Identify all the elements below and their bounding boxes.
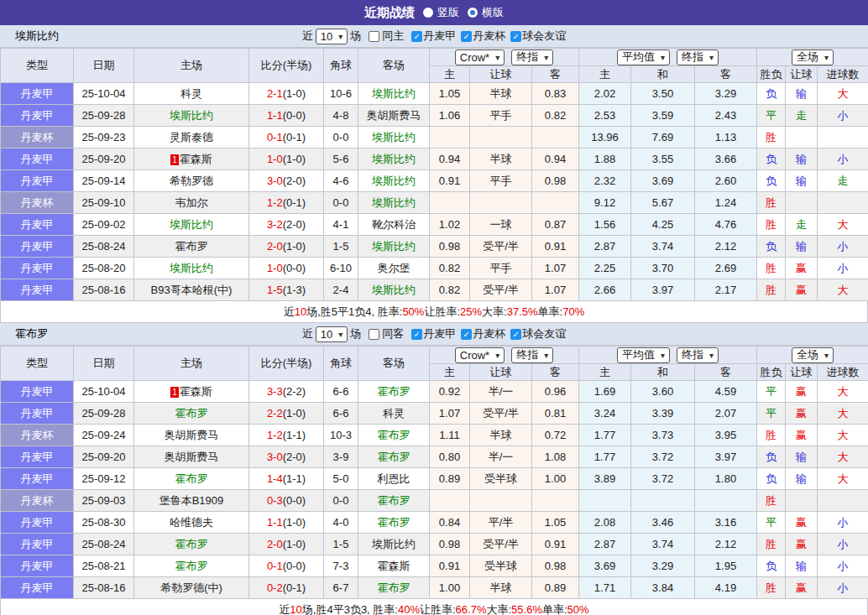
result-cell: 胜	[757, 214, 786, 236]
result-cell: 大	[818, 214, 868, 236]
fulltime-score: 3-0	[267, 175, 283, 187]
match-date-cell: 25-09-20	[74, 446, 134, 468]
match-row: 丹麦甲25-10-04科灵2-1(1-0)10-6埃斯比约1.05半球0.832…	[1, 83, 868, 105]
recent-label: 近	[302, 29, 313, 44]
halftime-score: (1-0)	[283, 87, 306, 100]
avg-stage-select[interactable]: 终指▾	[677, 347, 719, 363]
bookmaker-odds-cell	[532, 490, 579, 512]
home-team-cell: 灵斯泰德	[134, 127, 249, 149]
match-row: 丹麦甲25-08-30哈维德夫1-1(1-0)4-0霍布罗0.84平/半1.05…	[1, 512, 868, 534]
bookmaker-odds-cell: 0.98	[532, 170, 579, 192]
league-filter-checkbox[interactable]: ✓	[411, 329, 422, 340]
result-cell: 胜	[757, 192, 786, 214]
chevron-down-icon: ▾	[709, 351, 714, 360]
average-odds-cell: 2.08	[579, 512, 631, 534]
results-table: 类型 日期 主场 比分(半场) 角球 客场 Crow*▾ 终指▾ 平均值	[0, 48, 868, 301]
bookmaker-select[interactable]: Crow*▾	[455, 50, 505, 65]
league-type-cell: 丹麦杯	[1, 192, 74, 214]
sub-col-header: 客	[532, 66, 579, 83]
result-cell: 赢	[786, 279, 818, 301]
match-count-select[interactable]: 10▾	[316, 29, 348, 44]
result-cell: 输	[786, 555, 818, 577]
away-team-cell: 利恩比	[358, 468, 430, 490]
chevron-down-icon: ▾	[544, 351, 548, 360]
home-team-cell: 埃斯比约	[134, 258, 249, 279]
result-cell: 小	[818, 236, 868, 258]
home-team-cell: 希勒罗德(中)	[134, 577, 249, 599]
fulltime-select[interactable]: 全场▾	[792, 50, 834, 65]
bookmaker-select[interactable]: Crow*▾	[455, 347, 505, 363]
odds-stage-select[interactable]: 终指▾	[511, 347, 553, 363]
summary-segment: 10	[290, 603, 301, 615]
average-odds-cell: 3.69	[631, 170, 695, 192]
title-bar: 近期战绩 竖版 横版	[0, 0, 868, 25]
bookmaker-odds-cell: 0.82	[532, 105, 579, 127]
score-cell: 0-1(0-0)	[249, 555, 324, 577]
radio-selected-icon[interactable]	[423, 8, 433, 18]
average-odds-cell: 3.60	[631, 381, 695, 403]
bookmaker-odds-cell: 1.07	[430, 403, 470, 425]
result-cell: 小	[818, 512, 868, 534]
league-type-cell: 丹麦甲	[1, 512, 74, 534]
corner-cell: 10-6	[324, 83, 358, 105]
summary-segment: 37.5%	[507, 305, 538, 318]
average-odds-cell: 2.66	[579, 279, 631, 301]
fulltime-select[interactable]: 全场▾	[792, 347, 834, 363]
layout-vertical-option[interactable]: 竖版	[423, 5, 459, 20]
result-cell: 赢	[786, 258, 818, 279]
match-row: 丹麦甲25-10-041霍森斯3-3(2-2)6-6霍布罗0.92半/一0.96…	[1, 381, 868, 403]
fulltime-score: 1-2	[267, 196, 283, 209]
league-type-cell: 丹麦甲	[1, 279, 74, 301]
result-group: 全场▾	[757, 49, 868, 66]
average-select[interactable]: 平均值▾	[617, 50, 670, 65]
score-cell: 3-3(2-2)	[249, 381, 324, 403]
league-type-cell: 丹麦甲	[1, 468, 74, 490]
bookmaker-odds-cell: 0.98	[430, 534, 470, 555]
result-cell: 输	[786, 446, 818, 468]
average-odds-cell: 2.87	[579, 236, 631, 258]
fulltime-score: 0-3	[267, 494, 283, 507]
match-row: 丹麦甲25-09-201霍森斯1-0(1-0)5-6埃斯比约0.94半球0.94…	[1, 149, 868, 170]
league-filter-checkbox[interactable]: ✓	[510, 31, 521, 42]
radio-unselected-icon[interactable]	[468, 8, 478, 18]
score-cell: 2-1(1-0)	[249, 83, 324, 105]
bookmaker-odds-cell: 0.94	[430, 149, 470, 170]
score-cell: 0-2(0-1)	[249, 577, 324, 599]
league-filter-checkbox[interactable]: ✓	[411, 31, 422, 42]
league-filter-checkbox[interactable]: ✓	[461, 31, 472, 42]
summary-segment: 50%	[567, 603, 589, 615]
avg-stage-select[interactable]: 终指▾	[677, 50, 719, 65]
average-odds-cell: 4.25	[631, 214, 695, 236]
sub-col-header: 客	[695, 66, 757, 83]
summary-segment: 单率:	[538, 305, 563, 320]
result-cell: 胜	[757, 534, 786, 555]
layout-horizontal-option[interactable]: 横版	[468, 5, 504, 20]
result-cell: 胜	[757, 258, 786, 279]
average-select[interactable]: 平均值▾	[617, 347, 670, 363]
games-label: 场	[350, 29, 361, 44]
average-odds-cell: 2.12	[695, 534, 757, 555]
league-filter-checkbox[interactable]: ✓	[510, 329, 521, 340]
away-team-cell: 霍布罗	[358, 512, 430, 534]
result-cell: 赢	[786, 381, 818, 403]
average-odds-cell: 1.69	[579, 381, 631, 403]
result-cell: 平	[757, 403, 786, 425]
col-corner: 角球	[324, 347, 358, 381]
corner-cell: 5-0	[324, 468, 358, 490]
league-filter-checkbox[interactable]: ✓	[461, 329, 472, 340]
sub-col-header: 主	[430, 66, 470, 83]
match-count-select[interactable]: 10▾	[316, 326, 348, 342]
bookmaker-odds-cell: 1.06	[430, 105, 470, 127]
bookmaker-odds-cell: 0.82	[430, 258, 470, 279]
odds-stage-select[interactable]: 终指▾	[511, 50, 553, 65]
sub-col-header: 进球数	[818, 66, 868, 83]
same-venue-checkbox[interactable]	[369, 329, 379, 340]
match-date-cell: 25-09-28	[74, 403, 134, 425]
same-venue-checkbox[interactable]	[369, 31, 379, 42]
chevron-down-icon: ▾	[661, 351, 665, 360]
summary-segment: 25%	[460, 305, 482, 318]
score-cell: 2-2(1-0)	[249, 403, 324, 425]
average-odds-cell: 3.29	[631, 555, 695, 577]
away-team-cell: 奥尔堡	[358, 258, 430, 279]
bookmaker-odds-group: Crow*▾ 终指▾	[430, 347, 579, 364]
